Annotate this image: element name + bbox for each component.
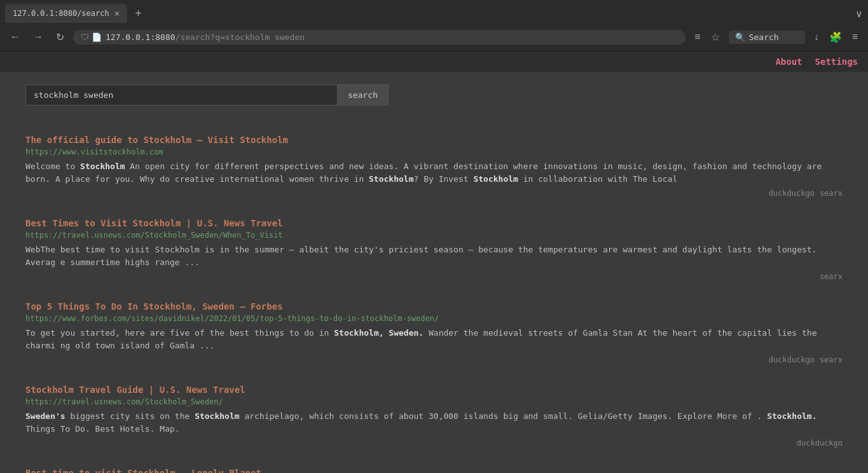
- page-icon: 📄: [92, 32, 102, 42]
- address-text[interactable]: 127.0.0.1:8080/search?q=stockholm sweden: [106, 32, 678, 42]
- result-title[interactable]: Best time to visit Stockholm – Lonely Pl…: [25, 468, 843, 473]
- source-duckduckgo[interactable]: duckduckgo: [769, 189, 815, 198]
- result-sources: duckduckgo searx: [25, 189, 843, 198]
- result-item: The official guide to Stockholm – Visit …: [25, 125, 843, 208]
- nav-bar: ← → ↻ 🛡 📄 127.0.0.1:8080/search?q=stockh…: [0, 23, 868, 51]
- source-searx[interactable]: searx: [820, 272, 843, 281]
- source-searx[interactable]: searx: [820, 189, 843, 198]
- result-title[interactable]: Top 5 Things To Do In Stockholm, Sweden …: [25, 301, 843, 312]
- source-duckduckgo[interactable]: duckduckgo: [769, 355, 815, 364]
- search-bar-container: search: [25, 85, 843, 106]
- result-sources: duckduckgo searx: [25, 355, 843, 364]
- result-snippet: WebThe best time to visit Stockholm is i…: [25, 243, 843, 268]
- result-url: https://travel.usnews.com/Stockholm_Swed…: [25, 397, 843, 406]
- source-duckduckgo[interactable]: duckduckgo: [797, 439, 843, 448]
- browser-chrome: 127.0.0.1:8080/search × + ∨ ← → ↻ 🛡 📄 12…: [0, 0, 868, 51]
- address-bar-icons: 🛡 📄: [81, 32, 102, 42]
- result-url: https://travel.usnews.com/Stockholm_Swed…: [25, 231, 843, 240]
- result-item: Best Times to Visit Stockholm | U.S. New…: [25, 208, 843, 291]
- address-bar[interactable]: 🛡 📄 127.0.0.1:8080/search?q=stockholm sw…: [73, 30, 685, 45]
- settings-link[interactable]: Settings: [815, 57, 858, 67]
- download-button[interactable]: ↓: [810, 29, 823, 45]
- menu-button[interactable]: ≡: [848, 29, 862, 45]
- browser-search-icon: 🔍: [735, 32, 745, 42]
- bookmark-button[interactable]: ☆: [707, 29, 724, 46]
- refresh-button[interactable]: ↻: [52, 29, 68, 46]
- result-url: https://www.visitstockholm.com: [25, 147, 843, 156]
- result-sources: duckduckgo: [25, 439, 843, 448]
- result-title[interactable]: The official guide to Stockholm – Visit …: [25, 135, 843, 145]
- result-title[interactable]: Best Times to Visit Stockholm | U.S. New…: [25, 218, 843, 228]
- browser-search-box[interactable]: 🔍 Search: [729, 31, 805, 44]
- source-searx[interactable]: searx: [820, 355, 843, 364]
- address-path: /search?q=stockholm sweden: [176, 32, 305, 42]
- result-item: Best time to visit Stockholm – Lonely Pl…: [25, 458, 843, 473]
- nav-far-right-icons: ↓ 🧩 ≡: [810, 29, 862, 46]
- active-tab[interactable]: 127.0.0.1:8080/search ×: [5, 4, 127, 23]
- browser-search-label: Search: [749, 32, 779, 42]
- results-container: The official guide to Stockholm – Visit …: [25, 125, 843, 473]
- shield-icon: 🛡: [81, 32, 89, 42]
- extension-button[interactable]: 🧩: [825, 29, 846, 46]
- tab-close-icon[interactable]: ×: [114, 8, 120, 18]
- forward-button[interactable]: →: [29, 29, 47, 45]
- result-item: Stockholm Travel Guide | U.S. News Trave…: [25, 374, 843, 458]
- about-link[interactable]: About: [775, 57, 802, 67]
- result-url: https://www.forbes.com/sites/davidnikel/…: [25, 314, 843, 323]
- new-tab-button[interactable]: +: [131, 6, 146, 22]
- tab-title: 127.0.0.1:8080/search: [13, 9, 109, 18]
- back-button[interactable]: ←: [6, 29, 24, 45]
- address-domain: 127.0.0.1:8080: [106, 32, 176, 42]
- result-title[interactable]: Stockholm Travel Guide | U.S. News Trave…: [25, 385, 843, 395]
- result-snippet: Welcome to Stockholm An open city for di…: [25, 160, 843, 185]
- nav-right-icons: ≡ ☆: [691, 29, 723, 46]
- page-topbar: About Settings: [0, 51, 868, 72]
- search-button[interactable]: search: [337, 85, 389, 106]
- result-snippet: To get you started, here are five of the…: [25, 327, 843, 352]
- result-snippet: Sweden's biggest city sits on the Stockh…: [25, 410, 843, 435]
- result-sources: searx: [25, 272, 843, 281]
- search-input[interactable]: [25, 85, 337, 106]
- reader-button[interactable]: ≡: [691, 29, 704, 45]
- tab-overflow-button[interactable]: ∨: [855, 8, 863, 20]
- tab-bar: 127.0.0.1:8080/search × + ∨: [0, 0, 868, 23]
- result-item: Top 5 Things To Do In Stockholm, Sweden …: [25, 291, 843, 374]
- page-content: search The official guide to Stockholm –…: [0, 72, 868, 473]
